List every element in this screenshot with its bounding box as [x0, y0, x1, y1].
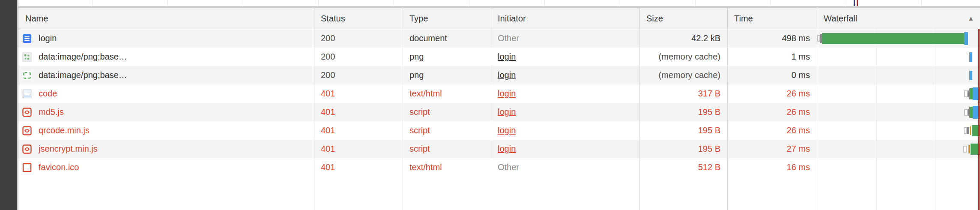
table-row[interactable]: data:image/png;base…200pnglogin(memory c… — [18, 48, 980, 66]
type-cell: script — [403, 140, 491, 158]
overview-gridline — [921, 0, 922, 6]
request-name-cell[interactable]: data:image/png;base… — [18, 48, 314, 66]
request-name-label: data:image/png;base… — [39, 66, 127, 84]
initiator-link[interactable]: login — [498, 70, 516, 80]
column-header-waterfall[interactable]: Waterfall ▲ — [817, 8, 980, 29]
status-cell: 401 — [314, 140, 403, 158]
time-cell: 26 ms — [727, 121, 817, 140]
request-name-label: code — [39, 84, 57, 103]
type-cell: script — [403, 121, 491, 140]
initiator-link[interactable]: login — [498, 126, 516, 135]
request-name-cell[interactable]: code — [18, 84, 314, 103]
waterfall-cell — [817, 158, 980, 177]
column-divider[interactable] — [817, 8, 817, 29]
time-cell: 1 ms — [727, 48, 817, 66]
column-divider[interactable] — [727, 8, 728, 29]
column-divider — [403, 29, 403, 210]
table-row[interactable]: login200documentOther42.2 kB498 ms — [18, 29, 980, 48]
waterfall-green-bar — [822, 33, 964, 44]
image-placeholder-icon — [22, 89, 32, 99]
time-cell: 0 ms — [727, 66, 817, 84]
overview-gridline — [243, 0, 243, 6]
document-icon — [22, 34, 32, 43]
request-name-cell[interactable]: favicon.ico — [18, 158, 314, 177]
initiator-cell: login — [491, 48, 639, 66]
waterfall-queueing-bar — [963, 146, 967, 153]
column-divider[interactable] — [314, 8, 314, 29]
overview-gridline — [469, 0, 469, 6]
request-name-cell[interactable]: jsencrypt.min.js — [18, 140, 314, 158]
column-header-initiator[interactable]: Initiator — [491, 8, 639, 29]
column-header-time[interactable]: Time — [727, 8, 817, 29]
image-preview-speckle-icon — [22, 52, 32, 62]
size-cell: 195 B — [639, 121, 727, 140]
initiator-cell: Other — [491, 158, 639, 177]
script-icon — [22, 144, 32, 154]
request-name-cell[interactable]: md5.js — [18, 103, 314, 121]
status-cell: 200 — [314, 66, 403, 84]
type-cell: text/html — [403, 158, 491, 177]
initiator-link[interactable]: login — [498, 107, 516, 117]
network-table-body: login200documentOther42.2 kB498 msdata:i… — [18, 29, 980, 210]
initiator-cell: login — [491, 103, 639, 121]
devtools-network-panel: { "panel": {"title": "Network request ta… — [0, 0, 980, 210]
overview-load-event-line — [857, 0, 858, 6]
initiator-label: Other — [498, 33, 519, 43]
column-header-status[interactable]: Status — [314, 8, 403, 29]
waterfall-dark-bar — [968, 90, 969, 97]
time-cell: 16 ms — [727, 158, 817, 177]
request-name-cell[interactable]: login — [18, 29, 314, 48]
request-name-cell[interactable]: qrcode.min.js — [18, 121, 314, 140]
request-name-label: data:image/png;base… — [39, 48, 127, 66]
waterfall-orange-bar — [968, 145, 970, 153]
request-name-label: qrcode.min.js — [39, 121, 90, 140]
time-cell: 27 ms — [727, 140, 817, 158]
table-row[interactable]: md5.js401scriptlogin195 B26 ms — [18, 103, 980, 121]
sort-ascending-icon: ▲ — [968, 8, 974, 29]
time-cell: 26 ms — [727, 103, 817, 121]
table-row[interactable]: data:image/png;base…200pnglogin(memory c… — [18, 66, 980, 84]
waterfall-cell — [817, 140, 980, 158]
devtools-left-toolbar-strip — [0, 0, 18, 210]
size-cell: 195 B — [639, 140, 727, 158]
size-cell: (memory cache) — [639, 66, 727, 84]
request-name-label: md5.js — [39, 103, 64, 121]
waterfall-queueing-bar — [964, 109, 968, 116]
column-divider[interactable] — [491, 8, 491, 29]
waterfall-dark-bar — [968, 109, 969, 116]
size-cell: 42.2 kB — [639, 29, 727, 48]
column-header-name[interactable]: Name — [18, 8, 314, 29]
table-row[interactable]: favicon.ico401text/htmlOther512 B16 ms — [18, 158, 980, 177]
network-overview-timeline[interactable] — [18, 0, 980, 8]
overview-gridline — [620, 0, 620, 6]
status-cell: 401 — [314, 121, 403, 140]
type-cell: document — [403, 29, 491, 48]
waterfall-cell — [817, 29, 980, 48]
overview-domcontentloaded-line — [854, 0, 855, 6]
request-name-cell[interactable]: data:image/png;base… — [18, 66, 314, 84]
size-cell: 512 B — [639, 158, 727, 177]
waterfall-dark-bar — [967, 127, 969, 134]
waterfall-blue-bar — [964, 32, 968, 45]
waterfall-cell — [817, 103, 980, 121]
initiator-label: Other — [498, 162, 519, 172]
initiator-link[interactable]: login — [498, 52, 516, 61]
waterfall-cell — [817, 121, 980, 140]
initiator-link[interactable]: login — [498, 89, 516, 98]
size-cell: (memory cache) — [639, 48, 727, 66]
type-cell: script — [403, 103, 491, 121]
column-divider[interactable] — [639, 8, 640, 29]
column-divider — [727, 29, 728, 210]
column-header-type[interactable]: Type — [403, 8, 491, 29]
time-cell: 26 ms — [727, 84, 817, 103]
type-cell: text/html — [403, 84, 491, 103]
table-row[interactable]: qrcode.min.js401scriptlogin195 B26 ms — [18, 121, 980, 140]
waterfall-cell — [817, 66, 980, 84]
column-header-size[interactable]: Size — [639, 8, 727, 29]
type-cell: png — [403, 66, 491, 84]
column-divider[interactable] — [403, 8, 403, 29]
table-row[interactable]: code401text/htmllogin317 B26 ms — [18, 84, 980, 103]
initiator-link[interactable]: login — [498, 144, 516, 153]
status-cell: 200 — [314, 29, 403, 48]
table-row[interactable]: jsencrypt.min.js401scriptlogin195 B27 ms — [18, 140, 980, 158]
